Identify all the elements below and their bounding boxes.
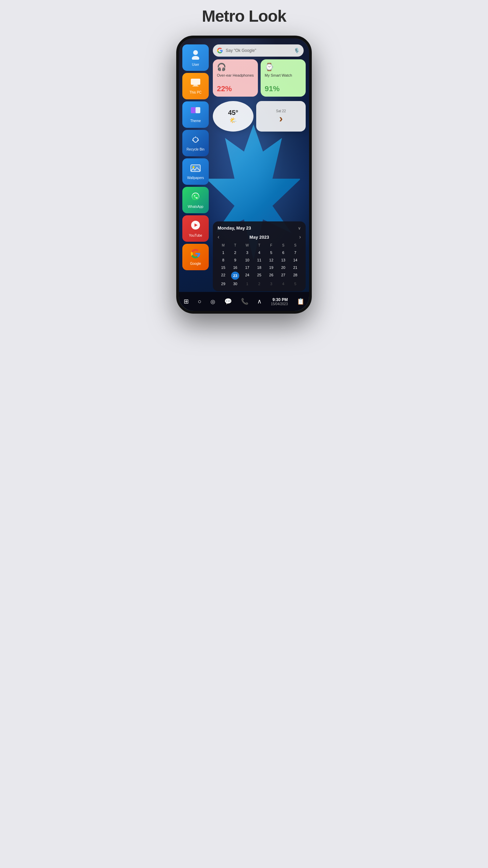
bottom-nav: ⊞ ○ ◎ 💬 📞 ∧ 9:30 PM 15/04/2023 📋 [179, 292, 309, 311]
cal-day-21[interactable]: 21 [290, 264, 301, 271]
cal-day-header-t1: T [229, 243, 241, 249]
headphones-name: Over-ear Headphones [217, 73, 254, 78]
mic-icon[interactable]: 🎙️ [294, 48, 300, 53]
cal-month-label: May 2023 [249, 235, 269, 240]
nav-chat-icon[interactable]: 💬 [224, 298, 232, 305]
whatsapp-label: WhatsApp [188, 205, 203, 209]
thispc-label: This PC [189, 91, 202, 94]
svg-rect-2 [191, 79, 200, 85]
cal-day-header-t2: T [253, 243, 265, 249]
cal-next-arrow[interactable]: › [299, 234, 301, 240]
app-icon-thispc[interactable]: This PC [182, 73, 209, 99]
cal-day-1[interactable]: 1 [218, 249, 229, 256]
cal-day-header-f: F [266, 243, 277, 249]
cal-day-3[interactable]: 3 [242, 249, 253, 256]
cal-day-next-4[interactable]: 4 [278, 280, 289, 287]
nav-settings-icon[interactable]: ◎ [210, 298, 215, 305]
svg-point-10 [192, 166, 195, 168]
widgets-row: 🎧 Over-ear Headphones 22% ⌚ My Smart Wat… [213, 59, 306, 97]
watch-pct: 91% [265, 84, 302, 93]
cal-day-next-3[interactable]: 3 [266, 280, 277, 287]
watch-name: My Smart Watch [265, 73, 302, 78]
whatsapp-icon [190, 192, 201, 203]
cal-day-25[interactable]: 25 [253, 272, 265, 280]
cal-day-24[interactable]: 24 [242, 272, 253, 280]
google-icon [217, 47, 223, 54]
cal-day-15[interactable]: 15 [218, 264, 229, 271]
app-icon-youtube[interactable]: YouTube [182, 215, 209, 242]
cal-day-28[interactable]: 28 [290, 272, 301, 280]
nav-message-icon[interactable]: 📋 [297, 298, 304, 305]
nav-status: 9:30 PM 15/04/2023 [271, 297, 288, 306]
nav-apps-icon[interactable]: ⊞ [184, 298, 189, 305]
app-icon-google[interactable]: Google [182, 244, 209, 270]
cal-day-header-w: W [242, 243, 253, 249]
cal-day-11[interactable]: 11 [253, 257, 265, 263]
cal-day-12[interactable]: 12 [266, 257, 277, 263]
cal-day-23-today[interactable]: 23 [231, 272, 239, 280]
cal-day-26[interactable]: 26 [266, 272, 277, 280]
cal-day-19[interactable]: 19 [266, 264, 277, 271]
cal-day-30[interactable]: 30 [229, 280, 241, 287]
cal-day-header-s1: S [278, 243, 289, 249]
watch-widget[interactable]: ⌚ My Smart Watch 91% [261, 59, 306, 97]
cal-day-16[interactable]: 16 [229, 264, 241, 271]
weather-widget[interactable]: 45° 🌤️ [213, 101, 253, 132]
app-icon-recycle[interactable]: Recycle Bin [182, 130, 209, 156]
nav-up-icon[interactable]: ∧ [257, 298, 262, 305]
cal-day-18[interactable]: 18 [253, 264, 265, 271]
cal-day-7[interactable]: 7 [290, 249, 301, 256]
phone-shell: Say "Ok Google" 🎙️ User This PC [176, 36, 312, 314]
cal-day-header-s2: S [290, 243, 301, 249]
cal-month-nav: ‹ May 2023 › [218, 234, 301, 240]
cal-day-20[interactable]: 20 [278, 264, 289, 271]
cal-day-6[interactable]: 6 [278, 249, 289, 256]
google-app-icon [190, 249, 201, 260]
theme-icon [190, 106, 201, 118]
cal-day-10[interactable]: 10 [242, 257, 253, 263]
youtube-label: YouTube [189, 234, 202, 237]
cal-day-13[interactable]: 13 [278, 257, 289, 263]
cal-day-next-5[interactable]: 5 [290, 280, 301, 287]
side-icons: User This PC Theme [182, 44, 210, 270]
cal-day-4[interactable]: 4 [253, 249, 265, 256]
headphones-icon: 🎧 [217, 63, 254, 72]
cal-day-header-m: M [218, 243, 229, 249]
cal-day-8[interactable]: 8 [218, 257, 229, 263]
cal-day-17[interactable]: 17 [242, 264, 253, 271]
search-text: Say "Ok Google" [226, 48, 291, 53]
recycle-icon [191, 135, 200, 146]
cal-prev-arrow[interactable]: ‹ [218, 234, 219, 240]
app-icon-wallpapers[interactable]: Wallpapers [182, 158, 209, 185]
clock-widget[interactable]: Sat 22 › [256, 101, 306, 132]
cal-grid: M T W T F S S 1 2 3 4 5 6 7 8 [218, 243, 301, 287]
app-icon-user[interactable]: User [182, 44, 209, 71]
cal-day-next-1[interactable]: 1 [242, 280, 253, 287]
app-icon-theme[interactable]: Theme [182, 101, 209, 128]
recycle-label: Recycle Bin [187, 147, 205, 151]
nav-home-icon[interactable]: ○ [198, 298, 202, 305]
nav-phone-icon[interactable]: 📞 [241, 298, 248, 305]
cal-chevron-icon[interactable]: ∨ [298, 226, 301, 231]
nav-date: 15/04/2023 [271, 302, 288, 306]
calendar-widget[interactable]: Monday, May 23 ∨ ‹ May 2023 › M T W T F … [213, 221, 306, 291]
cal-day-5[interactable]: 5 [266, 249, 277, 256]
cal-day-9[interactable]: 9 [229, 257, 241, 263]
headphones-widget[interactable]: 🎧 Over-ear Headphones 22% [213, 59, 258, 97]
user-icon [190, 49, 201, 61]
cal-day-29[interactable]: 29 [218, 280, 229, 287]
cal-day-next-2[interactable]: 2 [253, 280, 265, 287]
app-icon-whatsapp[interactable]: WhatsApp [182, 187, 209, 213]
watch-icon: ⌚ [265, 63, 302, 72]
cal-day-2[interactable]: 2 [229, 249, 241, 256]
cal-day-27[interactable]: 27 [278, 272, 289, 280]
cal-day-22[interactable]: 22 [218, 272, 229, 280]
youtube-icon [190, 220, 201, 232]
svg-point-0 [193, 50, 198, 55]
phone-screen: Say "Ok Google" 🎙️ User This PC [179, 38, 309, 311]
headphones-pct: 22% [217, 84, 254, 93]
svg-rect-6 [191, 107, 196, 113]
cal-day-14[interactable]: 14 [290, 257, 301, 263]
svg-rect-7 [196, 107, 200, 113]
search-bar[interactable]: Say "Ok Google" 🎙️ [213, 44, 304, 57]
